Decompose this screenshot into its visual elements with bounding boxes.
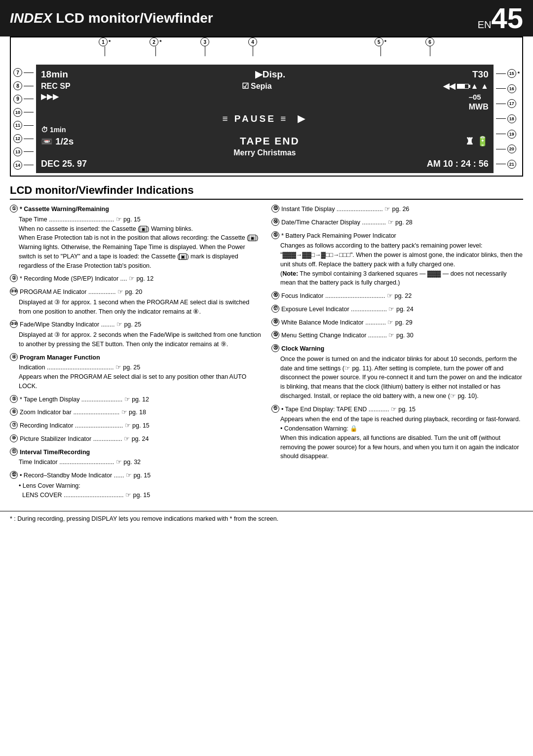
lcd-row-datetime: DEC 25. 97 AM 10 : 24 : 56 [41,159,489,169]
lcd-pause: ≡ PAUSE ≡ [222,113,288,124]
indicator-14: 14 [13,161,34,170]
lcd-date: DEC 25. 97 [41,159,87,169]
indicator-15: 15 * [496,69,520,78]
indicator-21: 21 [496,160,520,169]
item-3: ③⑧ PROGRAM AE Indicator ................… [10,288,262,316]
title-index: INDEX [10,10,52,26]
item-17: ⑰ Exposure Level Indicator .............… [271,305,523,314]
right-column: ⑬ Instant Title Display ................… [271,205,523,504]
lcd-triple-play: ▶▶▶ [41,92,59,101]
indicator-20: 20 [496,144,520,153]
indicator-4: 4 [248,37,257,56]
lcd-row-2: REC SP ☑ Sepia ◀◀ ▲ ▲ [41,81,489,91]
lcd-main-wrapper: 7 8 9 10 11 12 [11,65,522,173]
page-number: EN 45 [478,4,523,33]
lcd-merry-christmas: Merry Christmas [233,148,296,157]
lcd-screen: 18min ▶Disp. T30 REC SP ☑ Sepia ◀◀ ▲ ▲ ▶… [36,65,494,173]
item-7: ⑦ Recording Indicator ..................… [10,421,262,431]
lcd-mwb-label: MWB [469,103,489,111]
lcd-row-5: ⏱ 1min [41,126,489,134]
lcd-minus05: –05 [59,93,489,101]
page-header: INDEX LCD monitor/Viewfinder EN 45 [0,0,533,36]
top-indicator-row: 1 * 2 * 3 4 [11,37,522,65]
lcd-sepia: ☑ Sepia [242,81,272,91]
lcd-diagram: 1 * 2 * 3 4 [10,36,523,177]
lcd-time: AM 10 : 24 : 56 [427,159,489,169]
indicator-10: 10 [13,108,34,117]
header-title: INDEX LCD monitor/Viewfinder [10,10,213,26]
lcd-rec-sp: REC SP [41,82,71,91]
item-4: ④ Program Manager Function Indication ..… [10,353,262,391]
content-area: ① * Cassette Warning/Remaining Tape Time… [0,205,533,504]
indicator-5: 5 * [375,37,386,56]
indicator-16: 16 [496,84,520,93]
left-column: ① * Cassette Warning/Remaining Tape Time… [10,205,262,504]
indicator-2: 2 * [150,37,161,56]
item-18: ⑱ White Balance Mode Indicator .........… [271,318,523,327]
section-title: LCD monitor/Viewfinder Indications [10,184,523,200]
footer-note: * : During recording, pressing DISPLAY l… [0,511,533,526]
indicator-11: 11 [13,121,34,130]
batt-icon-display [457,82,469,91]
left-indicators: 7 8 9 10 11 12 [11,65,36,173]
lcd-row-3: ▶▶▶ –05 [41,92,489,101]
item-3b: ③⑨ Fade/Wipe Standby Indicator ........ … [10,320,262,349]
lcd-right-icons: ◀◀ ▲ ▲ [443,81,489,91]
lcd-row-3b: MWB [41,103,489,111]
title-rest: LCD monitor/Viewfinder [52,10,213,26]
lcd-t30: T30 [472,69,489,80]
item-19: ⑲ Menu Setting Change Indicator ........… [271,331,523,340]
lcd-disp: ▶Disp. [255,69,285,80]
lcd-row-1: 18min ▶Disp. T30 [41,69,489,80]
item-21: ㉑ • Tape End Display: TAPE END .........… [271,405,523,462]
item-20: ⑳ Clock Warning Once the power is turned… [271,344,523,401]
item-11: ⑪ Interval Time/Recording Time Indicator… [10,448,262,468]
item-6: ⑥ Zoom Indicator bar ...................… [10,408,262,417]
item-16: ⑯ Focus Indicator ......................… [271,291,523,301]
indicator-19: 19 [496,130,520,139]
item-5: ⑤ * Tape Length Display ................… [10,395,262,404]
item-2: ② * Recording Mode (SP/EP) Indicator ...… [10,274,262,284]
item-15: ⑮ * Battery Pack Remaining Power Indicat… [271,231,523,288]
indicator-18: 18 [496,114,520,123]
lcd-tape-end-text: TAPE END [240,135,300,147]
indicator-7: 7 [13,68,34,77]
item-14: ⑭ Date/Time Character Display ..........… [271,218,523,227]
indicator-13: 13 [13,147,34,156]
lcd-play-arrow: ▶ [298,113,307,124]
lcd-half-sec: 📼 1/2s [41,136,74,147]
indicator-8: 8 [13,81,34,90]
item-12: ⑫ • Record–Standby Mode Indicator ......… [10,471,262,500]
item-1: ① * Cassette Warning/Remaining Tape Time… [10,205,262,270]
lcd-row-pause: ≡ PAUSE ≡ ▶ [41,113,489,124]
indicator-3: 3 [200,37,209,56]
indicator-12: 12 [13,134,34,143]
lcd-row-tape-end: 📼 1/2s TAPE END ♜ 🔋 [41,135,489,147]
lcd-18min: 18min [41,69,68,80]
indicator-6: 6 [425,37,434,56]
item-13: ⑬ Instant Title Display ................… [271,205,523,214]
right-indicators: 15 * 16 17 18 19 20 [494,65,522,173]
item-10: ⑩ Picture Stabilizer Indicator .........… [10,434,262,444]
indicator-1: 1 * [99,37,111,56]
indicator-9: 9 [13,95,34,104]
lcd-condensation: ♜ 🔋 [465,136,488,147]
lcd-row-title: Merry Christmas [41,148,489,157]
indicator-17: 17 [496,99,520,108]
lcd-timer: ⏱ 1min [41,126,66,134]
